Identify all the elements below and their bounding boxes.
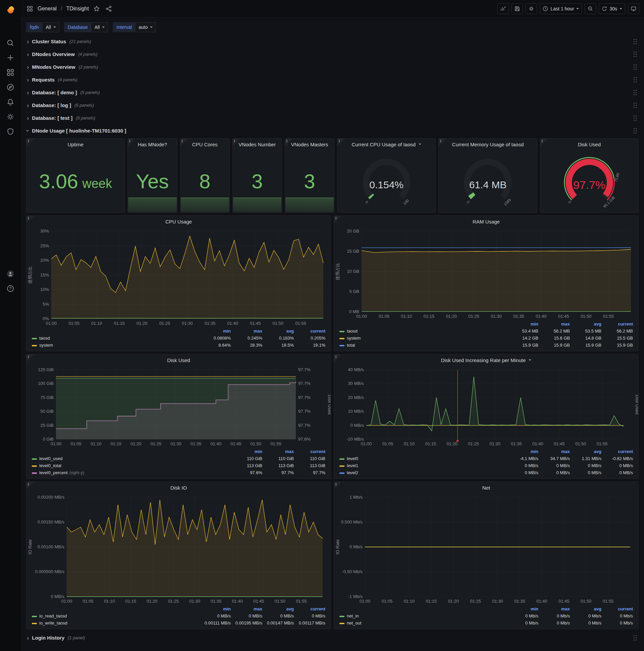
panel-title[interactable]: CPU Usage xyxy=(27,216,331,227)
variable-label[interactable]: Interval xyxy=(113,22,135,32)
panel-title[interactable]: Net xyxy=(334,482,638,493)
save-dashboard-button[interactable] xyxy=(512,3,523,14)
legend-series[interactable]: total xyxy=(337,342,509,349)
legend-series[interactable]: net_in xyxy=(337,612,509,619)
row-drag-handle[interactable] xyxy=(633,89,637,96)
chart-svg[interactable]: 01:0001:0501:1001:1501:2001:2501:3001:35… xyxy=(334,493,638,606)
chart-plot[interactable]: 01:0001:0501:1001:1501:2001:2501:3001:35… xyxy=(334,366,638,448)
panel-menu-caret-icon[interactable] xyxy=(419,144,421,145)
breadcrumb-section[interactable]: General xyxy=(38,6,57,12)
row-drag-handle[interactable] xyxy=(633,76,637,83)
panel-info-icon[interactable]: i xyxy=(27,138,34,146)
dashboard-row-login-history[interactable]: ›Login History(1 panel) xyxy=(26,632,639,643)
dashboard-row-database-demo[interactable]: ›Database: [ demo ](5 panels) xyxy=(26,87,639,98)
legend-series[interactable]: level2 xyxy=(337,469,509,476)
help-icon[interactable]: ? xyxy=(0,282,21,295)
time-range-picker[interactable]: Last 1 hour xyxy=(540,3,582,14)
dashboard-row-dnodes-overview[interactable]: ›DNodes Overview(4 panels) xyxy=(26,48,639,60)
dashboard-settings-button[interactable] xyxy=(525,3,537,14)
legend-column-current[interactable]: current xyxy=(604,448,635,455)
legend-column-current[interactable]: current xyxy=(296,448,327,455)
chart-plot[interactable]: 01:0001:0501:1001:1501:2001:2501:3001:35… xyxy=(27,227,331,328)
row-drag-handle[interactable] xyxy=(633,51,637,57)
legend-column-avg[interactable]: avg xyxy=(572,448,604,455)
create-plus-icon[interactable] xyxy=(0,51,21,64)
legend-series[interactable]: system xyxy=(30,342,201,349)
legend-series[interactable]: level0_used xyxy=(30,455,233,462)
panel-info-icon[interactable]: i xyxy=(337,138,345,146)
panel-menu-caret-icon[interactable] xyxy=(528,360,531,361)
dashboards-icon[interactable] xyxy=(0,66,21,79)
legend-column-avg[interactable]: avg xyxy=(572,320,604,328)
legend-column-max[interactable]: max xyxy=(233,328,264,335)
chart-plot[interactable]: 01:0001:0501:1001:1501:2001:2501:3001:35… xyxy=(334,227,638,320)
user-avatar[interactable] xyxy=(0,267,21,281)
panel-info-icon[interactable]: i xyxy=(27,482,34,489)
panel-title[interactable]: Disk Used xyxy=(540,138,638,150)
panel-title[interactable]: Disk Used Increasing Rate per Minute xyxy=(334,354,638,366)
cycle-view-mode-button[interactable] xyxy=(628,3,639,14)
refresh-button[interactable]: 30s xyxy=(599,3,625,14)
panel-title[interactable]: Uptime xyxy=(27,138,124,150)
legend-column-max[interactable]: max xyxy=(540,606,572,612)
dashboard-row-database-test[interactable]: ›Database: [ test ](5 panels) xyxy=(26,112,639,123)
variable-label[interactable]: fqdn xyxy=(26,22,42,32)
legend-column-min[interactable]: min xyxy=(509,320,540,328)
chart-svg[interactable]: 01:0001:0501:1001:1501:2001:2501:3001:35… xyxy=(334,366,638,448)
dashboard-row-dnode-usage[interactable]: ›DNode Usage [ huolinhe-TM1701:6030 ] xyxy=(26,125,639,136)
configuration-gear-icon[interactable] xyxy=(0,110,21,123)
legend-series[interactable]: level0_total xyxy=(30,462,233,469)
legend-column-min[interactable]: min xyxy=(509,606,540,612)
chart-svg[interactable]: 01:0001:0501:1001:1501:2001:2501:3001:35… xyxy=(334,227,638,320)
legend-column-max[interactable]: max xyxy=(264,448,296,455)
legend-column-current[interactable]: current xyxy=(296,606,327,612)
legend-column-avg[interactable]: avg xyxy=(572,606,604,612)
legend-column-current[interactable]: current xyxy=(604,606,635,612)
grafana-logo-icon[interactable] xyxy=(0,3,21,17)
legend-series[interactable]: io_write_taosd xyxy=(30,619,201,626)
panel-title[interactable]: Current CPU Usage of taosd xyxy=(337,138,436,150)
favorite-star-icon[interactable] xyxy=(92,4,101,13)
chart-plot[interactable]: 01:0001:0501:1001:1501:2001:2501:3001:35… xyxy=(27,493,331,606)
zoom-out-button[interactable] xyxy=(585,3,596,14)
row-drag-handle[interactable] xyxy=(633,634,637,641)
dashboard-row-database-log[interactable]: ›Database: [ log ](5 panels) xyxy=(26,99,639,111)
legend-column-min[interactable]: min xyxy=(201,606,233,612)
row-drag-handle[interactable] xyxy=(633,64,637,70)
legend-series[interactable]: level1 xyxy=(337,462,509,469)
legend-column-avg[interactable]: avg xyxy=(264,328,296,335)
row-drag-handle[interactable] xyxy=(633,115,637,121)
row-drag-handle[interactable] xyxy=(633,38,637,44)
chart-plot[interactable]: 01:0001:0501:1001:1501:2001:2501:3001:35… xyxy=(27,366,331,448)
panel-title[interactable]: Disk IO xyxy=(27,482,331,493)
panel-info-icon[interactable]: i xyxy=(334,216,342,223)
search-icon[interactable] xyxy=(0,36,21,50)
server-admin-shield-icon[interactable] xyxy=(0,125,21,138)
panel-info-icon[interactable]: i xyxy=(27,216,34,223)
legend-series[interactable]: io_read_taosd xyxy=(30,612,201,619)
panel-info-icon[interactable]: i xyxy=(334,354,342,362)
panel-info-icon[interactable]: i xyxy=(439,138,446,146)
dashboard-row-mnodes-overview[interactable]: ›MNodes Overview(2 panels) xyxy=(26,61,639,72)
panel-info-icon[interactable]: i xyxy=(540,138,548,146)
panel-info-icon[interactable]: i xyxy=(334,482,342,489)
row-drag-handle[interactable] xyxy=(633,102,637,108)
legend-column-current[interactable]: current xyxy=(296,328,327,335)
legend-column-min[interactable]: min xyxy=(201,328,233,335)
chart-plot[interactable]: 01:0001:0501:1001:1501:2001:2501:3001:35… xyxy=(334,493,638,606)
legend-series[interactable]: system xyxy=(337,335,509,342)
legend-series[interactable]: level0_percent(right-y) xyxy=(30,469,233,476)
variable-value-dropdown[interactable]: All xyxy=(92,22,108,32)
explore-compass-icon[interactable] xyxy=(0,81,21,94)
chart-svg[interactable]: 01:0001:0501:1001:1501:2001:2501:3001:35… xyxy=(27,227,331,328)
legend-column-avg[interactable]: avg xyxy=(264,606,296,612)
panel-info-icon[interactable]: i xyxy=(181,138,188,146)
add-panel-button[interactable] xyxy=(497,3,509,14)
share-icon[interactable] xyxy=(104,4,113,13)
panel-title[interactable]: Current Memory Usage of taosd xyxy=(439,138,537,150)
legend-series[interactable]: net_out xyxy=(337,619,509,626)
dashboard-squares-icon[interactable] xyxy=(26,4,34,13)
legend-column-max[interactable]: max xyxy=(540,448,572,455)
chart-svg[interactable]: 01:0001:0501:1001:1501:2001:2501:3001:35… xyxy=(27,366,331,448)
panel-title[interactable]: RAM Usage xyxy=(334,216,638,227)
